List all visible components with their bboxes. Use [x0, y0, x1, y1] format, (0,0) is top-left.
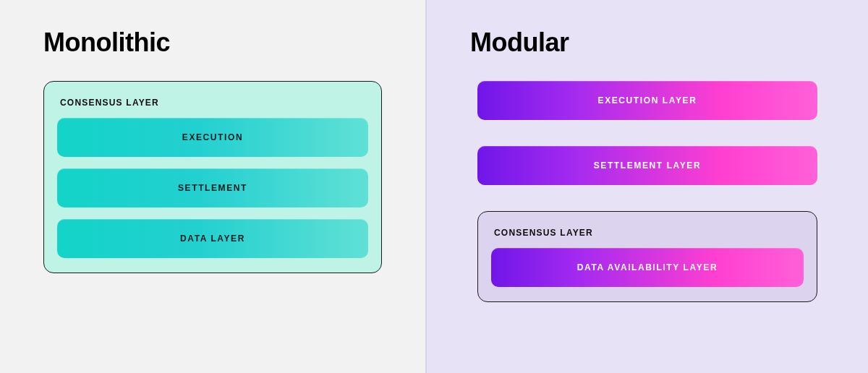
consensus-layer-label-modular: CONSENSUS LAYER — [494, 228, 804, 238]
data-availability-layer-bar: DATA AVAILABILITY LAYER — [491, 248, 804, 287]
execution-layer-bar: EXECUTION LAYER — [477, 81, 817, 120]
settlement-bar: SETTLEMENT — [57, 168, 368, 207]
modular-title: Modular — [470, 27, 825, 58]
monolithic-title: Monolithic — [43, 27, 382, 58]
settlement-layer-bar: SETTLEMENT LAYER — [477, 146, 817, 185]
modular-panel: Modular EXECUTION LAYER SETTLEMENT LAYER… — [427, 0, 868, 373]
consensus-layer-label: CONSENSUS LAYER — [60, 98, 368, 108]
consensus-layer-container-modular: CONSENSUS LAYER DATA AVAILABILITY LAYER — [477, 211, 817, 302]
consensus-layer-container: CONSENSUS LAYER EXECUTION SETTLEMENT DAT… — [43, 81, 382, 273]
data-layer-bar: DATA LAYER — [57, 219, 368, 258]
monolithic-panel: Monolithic CONSENSUS LAYER EXECUTION SET… — [0, 0, 427, 373]
execution-bar: EXECUTION — [57, 118, 368, 157]
